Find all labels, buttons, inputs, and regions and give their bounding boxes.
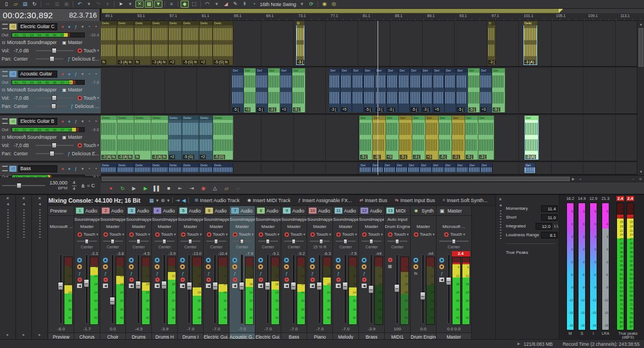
strip-fx-icon[interactable]: ƒ: [337, 271, 339, 276]
strip-automation-button[interactable]: Touch▾: [152, 230, 177, 238]
audio-clip[interactable]: Del+3: [280, 68, 292, 112]
docked-window-tab-1[interactable]: ×◂▸: [0, 195, 16, 340]
gain-knob-icon[interactable]: [129, 264, 134, 269]
audio-clip[interactable]: Del+3: [480, 68, 492, 112]
strip-fader-thumb[interactable]: [239, 282, 244, 290]
dock-close-icon[interactable]: ×: [16, 195, 31, 202]
dock-collapse-icon[interactable]: ◂: [497, 203, 504, 208]
mixer-properties-icon[interactable]: ⊛: [161, 198, 165, 203]
strip-automation-button[interactable]: Touch▾: [74, 230, 100, 238]
dim-output-icon[interactable]: ◀: [439, 278, 444, 282]
render-icon[interactable]: ↻: [30, 1, 39, 8]
metronome-button[interactable]: △: [210, 184, 220, 193]
mixer-strip-brass[interactable]: 12AudioSoundmapperMasterTouch▾Centerƒ◀-i…: [359, 206, 385, 340]
envelope-tool-icon[interactable]: ✕: [135, 1, 144, 8]
audio-clip[interactable]: Del-5 (: [439, 116, 452, 160]
audio-clip[interactable]: Del+3: [244, 68, 256, 112]
draw-tool-icon[interactable]: ◆: [181, 1, 189, 8]
strip-pan-slider[interactable]: [258, 238, 278, 244]
track-header-4[interactable]: ◁Bass●●ƒ▾◔◔Out81726354453627189-9.1: [0, 163, 101, 177]
audio-clip[interactable]: Delic: [182, 163, 199, 173]
strip-automation-button[interactable]: Touch▾: [359, 230, 384, 238]
strip-pan-slider[interactable]: [206, 238, 226, 244]
dim-output-icon[interactable]: ◀: [182, 198, 186, 203]
mute-speaker-icon[interactable]: ◀: [284, 284, 289, 288]
track-bus-button[interactable]: Master: [68, 40, 83, 45]
insert-input-bus-button[interactable]: ⇆Insert Input Bus: [395, 198, 435, 203]
strip-output-bus-button[interactable]: Master: [100, 223, 125, 230]
audio-clip[interactable]: Delici+2: [199, 116, 213, 160]
strip-fader[interactable]: [394, 251, 400, 325]
mixer-strip-melody[interactable]: 11AudioSoundmapperMasterTouch▾Centerƒ◀-7…: [333, 206, 359, 340]
mute-icon[interactable]: ●: [66, 166, 73, 171]
play-from-start-button[interactable]: ▶: [129, 184, 139, 193]
record-arm-icon[interactable]: [259, 278, 263, 282]
audio-clip[interactable]: Del-5 (: [410, 68, 422, 112]
pan-slider-thumb[interactable]: [50, 151, 54, 156]
automation-caret-icon[interactable]: ▾: [97, 48, 99, 53]
audio-clip[interactable]: Del-5 (: [399, 116, 412, 160]
audio-clip[interactable]: Del: [408, 163, 420, 173]
strip-automation-button[interactable]: Touch▾: [411, 230, 436, 238]
track-name-input[interactable]: Bass: [18, 165, 57, 172]
strip-device-button[interactable]: Soundmapper: [255, 216, 281, 223]
track-fx-chain-name[interactable]: Delicious E...: [72, 56, 99, 62]
vertical-scroll-thumb[interactable]: [638, 28, 643, 67]
mute-icon[interactable]: ●: [66, 72, 73, 77]
track-header-3[interactable]: ◁Electric Guitar B●●ƒ▾◔◔Out8172635445362…: [0, 116, 101, 162]
insert-assignable-fx-button[interactable]: ƒInsert Assignable FX...: [298, 198, 352, 203]
pan-slider-thumb[interactable]: [240, 239, 244, 244]
strip-fader[interactable]: [57, 251, 64, 325]
volume-value[interactable]: -7,0 dB: [14, 143, 34, 148]
strip-fx-icon[interactable]: ƒ: [363, 271, 365, 276]
strip-fader[interactable]: [316, 251, 323, 325]
record-arm-icon[interactable]: [310, 278, 315, 282]
strip-fader-thumb[interactable]: [316, 282, 322, 290]
strip-output-bus-button[interactable]: Microsoft ...: [436, 223, 471, 230]
audio-clip[interactable]: Delic: [134, 163, 151, 173]
strip-fader-thumb[interactable]: [58, 282, 63, 290]
strip-device-button[interactable]: Soundmapper: [74, 216, 100, 223]
mixer-strip-preview[interactable]: PreviewMicrosoft ...6121824303642-6.0Pre…: [48, 206, 74, 340]
gain-knob-icon[interactable]: [103, 264, 108, 269]
pan-slider-thumb[interactable]: [266, 239, 270, 244]
undo-caret-icon[interactable]: ▾: [85, 1, 93, 8]
strip-automation-button[interactable]: Touch▾: [230, 230, 255, 238]
horizontal-scroll-thumb[interactable]: [102, 177, 570, 181]
scroll-down-button[interactable]: ▼: [637, 168, 644, 175]
audio-clip[interactable]: Delic: [117, 163, 134, 173]
strip-fader[interactable]: [186, 251, 192, 325]
strip-automation-button[interactable]: Touch▾: [307, 230, 332, 238]
project-key[interactable]: ⋔ = C: [81, 183, 95, 189]
strip-fader-thumb[interactable]: [265, 282, 270, 290]
strip-output-bus-button[interactable]: Master: [255, 223, 281, 230]
strip-device-button[interactable]: Soundmapper: [100, 216, 125, 223]
strip-pan-slider[interactable]: [232, 238, 252, 244]
audio-clip[interactable]: Delici-3 (A) fx: [117, 116, 134, 160]
strip-automation-button[interactable]: Touch▾: [178, 230, 203, 238]
audio-clip[interactable]: Del: [432, 163, 444, 173]
mixer-strip-drums-i[interactable]: 5AudioSoundmapperMasterTouch▾Centerƒ◀-13…: [178, 206, 204, 340]
mixer-strip-chorus[interactable]: 1AudioSoundmapperMasterTouch▾Centerƒ◀-3.…: [74, 206, 100, 340]
dock-close-icon[interactable]: ×: [0, 195, 15, 202]
gain-knob-icon[interactable]: [180, 264, 185, 269]
record-arm-icon[interactable]: [103, 278, 108, 282]
strip-device-button[interactable]: Soundmapper: [152, 216, 177, 223]
loop-region-icon[interactable]: ⟳: [307, 1, 315, 8]
pan-slider-thumb[interactable]: [369, 239, 373, 244]
audio-clip[interactable]: Delic-5 (G) fx: [182, 21, 199, 65]
strip-fader[interactable]: [135, 251, 141, 325]
mute-speaker-icon[interactable]: ◀: [206, 284, 211, 288]
scroll-up-button[interactable]: ▲: [637, 21, 644, 28]
mixer-strip-drum-engine[interactable]: ◉SynthMasterTouch▾fx-inf.61218243036420.…: [411, 206, 436, 340]
loop-end-marker[interactable]: [559, 9, 563, 13]
record-arm-icon[interactable]: [233, 278, 237, 282]
strip-fx-icon[interactable]: ƒ: [440, 271, 443, 276]
strip-fx-icon[interactable]: ƒ: [156, 271, 158, 276]
audio-clip[interactable]: Del-3 (A): [525, 116, 539, 160]
volume-slider-thumb[interactable]: [52, 48, 57, 53]
mixer-strip-drums[interactable]: 3AudioSoundmapperMasterTouch▾Centerƒ◀-4.…: [126, 206, 152, 340]
mixer-strip-midi1[interactable]: 13MIDIAuto InputDrum EngineTouch▾Center▦…: [385, 206, 411, 340]
audio-clip[interactable]: Del: [399, 68, 410, 112]
audio-clip[interactable]: Delic-5 (G) fx: [213, 21, 233, 65]
